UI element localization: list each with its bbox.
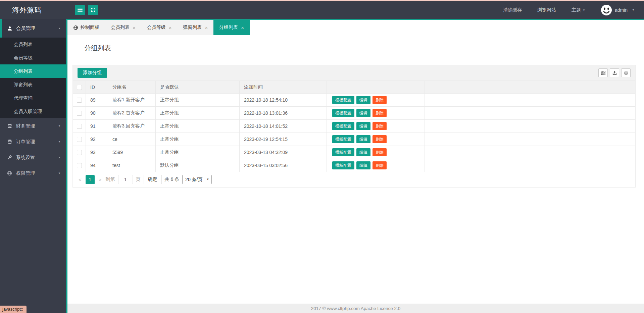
row-checkbox[interactable] xyxy=(77,137,82,142)
confirm-button[interactable]: 确定 xyxy=(144,175,162,184)
tab-item[interactable]: 弹窗列表× xyxy=(178,20,214,35)
sidebar-subitem[interactable]: 弹窗列表 xyxy=(0,78,66,91)
tab-item[interactable]: 会员等级× xyxy=(141,20,178,35)
sidebar-others: 财务管理▼订单管理▼系统设置▼权限管理▼ xyxy=(0,118,66,181)
tab-active[interactable]: 分组列表× xyxy=(213,20,250,35)
add-group-button[interactable]: 添加分组 xyxy=(78,68,107,78)
columns-icon xyxy=(601,70,606,75)
edit-button[interactable]: 编辑 xyxy=(356,161,370,169)
sidebar-subitem[interactable]: 会员等级 xyxy=(0,51,66,64)
user-menu[interactable]: admin ▼ xyxy=(601,4,635,16)
delete-button[interactable]: 删除 xyxy=(373,161,387,169)
row-checkbox[interactable] xyxy=(77,150,82,155)
chevron-down-icon: ▼ xyxy=(583,9,585,12)
delete-button[interactable]: 删除 xyxy=(373,148,387,156)
cell-default: 正常分组 xyxy=(156,146,240,159)
sidebar-subitem[interactable]: 会员列表 xyxy=(0,38,66,51)
template-config-button[interactable]: 模板配置 xyxy=(332,122,354,130)
database-icon xyxy=(7,139,12,145)
sidebar-toggle-button[interactable] xyxy=(75,5,85,15)
footer: 2017 © www.cltphp.com Apache Licence 2.0 xyxy=(67,304,644,313)
col-header-time: 添加时间 xyxy=(240,81,327,94)
table-row: 94test默认分组2023-03-15 03:02:56模板配置编辑删除 xyxy=(73,159,635,172)
edit-button[interactable]: 编辑 xyxy=(356,122,370,130)
edit-button[interactable]: 编辑 xyxy=(356,96,370,104)
cell-filler xyxy=(425,94,635,107)
close-icon[interactable]: × xyxy=(205,25,208,30)
cell-time: 2023-02-19 12:54:15 xyxy=(240,133,327,146)
chevron-down-icon: ▼ xyxy=(58,156,61,159)
fullscreen-button[interactable] xyxy=(88,5,98,15)
browse-site-link[interactable]: 浏览网站 xyxy=(537,7,556,13)
sidebar-item-permissions[interactable]: 权限管理▼ xyxy=(0,165,66,181)
page-1-button[interactable]: 1 xyxy=(86,175,95,184)
delete-button[interactable]: 删除 xyxy=(373,109,387,117)
username: admin xyxy=(615,7,628,13)
template-config-button[interactable]: 模板配置 xyxy=(332,161,354,169)
delete-button[interactable]: 删除 xyxy=(373,122,387,130)
sidebar-item-finance[interactable]: 财务管理▼ xyxy=(0,118,66,134)
table-row: 91流程3.回充客户正常分组2022-10-18 14:01:52模板配置编辑删… xyxy=(73,120,635,133)
person-icon xyxy=(7,26,12,31)
table-body: 89流程1.新开客户正常分组2022-10-18 12:54:10模板配置编辑删… xyxy=(73,94,635,172)
next-page-button[interactable]: > xyxy=(98,177,103,182)
delete-button[interactable]: 删除 xyxy=(373,96,387,104)
table-toolbar: 添加分组 xyxy=(73,65,635,81)
cell-time: 2022-10-18 13:01:36 xyxy=(240,107,327,120)
row-checkbox[interactable] xyxy=(77,124,82,129)
printer-icon xyxy=(624,70,629,75)
table-header-row: ID 分组名 是否默认 添加时间 xyxy=(73,81,635,94)
delete-button[interactable]: 删除 xyxy=(373,135,387,143)
cell-name: 流程3.回充客户 xyxy=(108,120,156,133)
sidebar-subitem[interactable]: 代理查询 xyxy=(0,91,66,105)
browser-status-text: javascript:; xyxy=(0,306,27,313)
close-icon[interactable]: × xyxy=(241,25,244,30)
template-config-button[interactable]: 模板配置 xyxy=(332,109,354,117)
cell-name: test xyxy=(108,159,156,172)
main-area: 控制面板会员列表×会员等级×弹窗列表×分组列表× 分组列表 添加分组 xyxy=(67,19,644,313)
tab-item[interactable]: 控制面板 xyxy=(67,20,105,35)
page-number-input[interactable] xyxy=(118,175,133,184)
chevron-down-icon: ▼ xyxy=(58,124,61,127)
sidebar-item-orders[interactable]: 订单管理▼ xyxy=(0,134,66,150)
cell-time: 2023-03-13 04:32:09 xyxy=(240,146,327,159)
row-checkbox[interactable] xyxy=(77,111,82,116)
hamburger-icon xyxy=(78,8,83,12)
template-config-button[interactable]: 模板配置 xyxy=(332,96,354,104)
table-row: 89流程1.新开客户正常分组2022-10-18 12:54:10模板配置编辑删… xyxy=(73,94,635,107)
sidebar-subitem[interactable]: 会员入职管理 xyxy=(0,105,66,118)
theme-dropdown[interactable]: 主题▼ xyxy=(572,7,585,13)
cell-name: ce xyxy=(108,133,156,146)
theme-label: 主题 xyxy=(572,7,581,12)
sidebar-item-system-settings[interactable]: 系统设置▼ xyxy=(0,150,66,165)
page-size-native-select[interactable]: 20 条/页 xyxy=(182,175,212,184)
row-checkbox[interactable] xyxy=(77,163,82,168)
groups-table: ID 分组名 是否默认 添加时间 89流程1.新开客户正常分组2022-10-1… xyxy=(73,81,635,172)
prev-page-button[interactable]: < xyxy=(78,177,83,182)
tabbar: 控制面板会员列表×会员等级×弹窗列表×分组列表× xyxy=(67,19,644,35)
print-button[interactable] xyxy=(621,68,631,77)
template-config-button[interactable]: 模板配置 xyxy=(332,135,354,143)
cell-filler xyxy=(425,107,635,120)
sidebar-item-member-management[interactable]: 会员管理 ▲ xyxy=(0,19,66,38)
clear-cache-link[interactable]: 清除缓存 xyxy=(503,7,522,13)
close-icon[interactable]: × xyxy=(133,25,136,30)
sidebar-subitem[interactable]: 分组列表 xyxy=(0,64,66,78)
select-all-checkbox[interactable] xyxy=(77,85,82,90)
columns-filter-button[interactable] xyxy=(598,68,608,77)
col-header-actions xyxy=(327,81,425,94)
template-config-button[interactable]: 模板配置 xyxy=(332,148,354,156)
col-header-default: 是否默认 xyxy=(156,81,240,94)
cell-filler xyxy=(425,120,635,133)
edit-button[interactable]: 编辑 xyxy=(356,135,370,143)
page-size-select: 20 条/页 ▼ xyxy=(182,175,212,184)
row-checkbox[interactable] xyxy=(77,98,82,103)
cell-default: 正常分组 xyxy=(156,120,240,133)
edit-button[interactable]: 编辑 xyxy=(356,148,370,156)
tab-item[interactable]: 会员列表× xyxy=(105,20,141,35)
page-unit-label: 页 xyxy=(136,176,141,182)
export-button[interactable] xyxy=(610,68,619,77)
edit-button[interactable]: 编辑 xyxy=(356,109,370,117)
close-icon[interactable]: × xyxy=(169,25,172,30)
fullscreen-icon xyxy=(91,7,96,12)
